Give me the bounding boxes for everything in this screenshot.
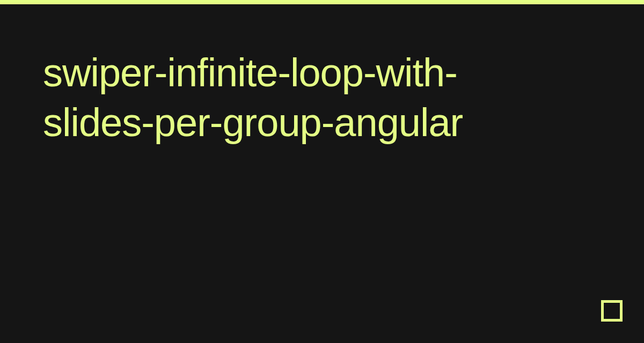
project-title: swiper-infinite-loop-with-slides-per-gro… [43,48,526,147]
accent-top-bar [0,0,644,4]
brand-square-icon [601,300,623,322]
